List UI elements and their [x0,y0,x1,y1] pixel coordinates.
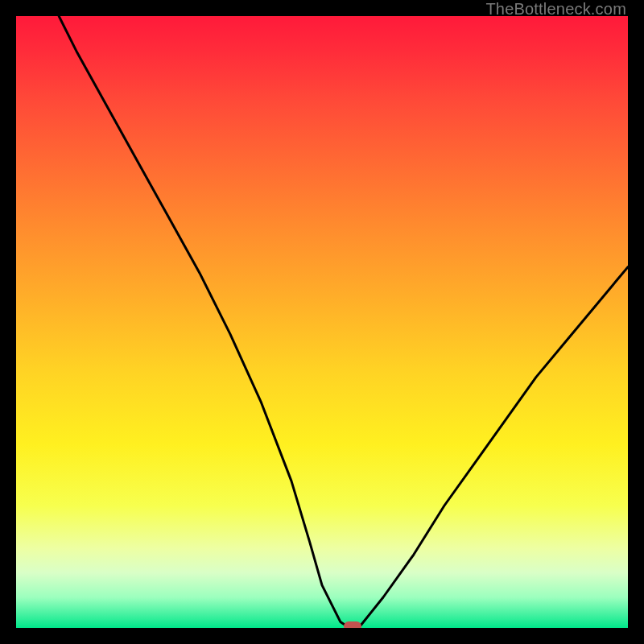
plot-area [16,16,628,628]
optimal-point-marker [344,621,361,628]
bottleneck-curve [16,16,628,628]
chart-frame: TheBottleneck.com [0,0,644,644]
attribution-text: TheBottleneck.com [485,0,626,19]
